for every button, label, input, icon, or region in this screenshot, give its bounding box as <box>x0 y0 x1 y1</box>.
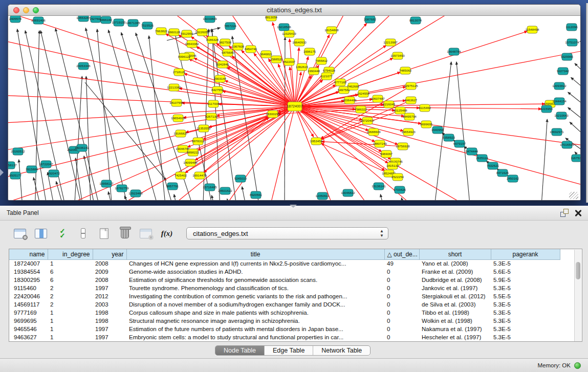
cell-in_degree[interactable]: 6 <box>48 268 93 276</box>
graph-node[interactable]: 1733426 <box>394 186 406 193</box>
table-settings-icon[interactable] <box>12 226 28 240</box>
graph-node-selected[interactable]: 7425402 <box>175 172 187 179</box>
graph-node[interactable]: 16033809 <box>203 16 217 23</box>
graph-node-selected[interactable]: 9777169 <box>334 79 347 86</box>
graph-node-selected[interactable]: 12975125 <box>404 82 418 90</box>
graph-node[interactable]: 20160512 <box>11 148 25 155</box>
table-row[interactable]: 946362711997Embryonic stem cells: a mode… <box>9 333 575 341</box>
graph-node-selected[interactable]: 8267130 <box>205 113 218 120</box>
cell-short[interactable]: Yano et al. (2008) <box>419 259 491 268</box>
graph-node-selected[interactable]: 13226058 <box>195 29 209 36</box>
cell-short[interactable]: Stergiakouli et al. (2012) <box>419 292 491 300</box>
cell-out_de[interactable]: 0 <box>384 276 419 284</box>
delete-table-icon[interactable]: x <box>138 226 154 240</box>
graph-node-selected[interactable]: 18807249 <box>373 140 387 147</box>
cell-year[interactable]: 1997 <box>93 325 126 333</box>
graph-node-selected[interactable]: 12213383 <box>167 84 181 91</box>
graph-node-selected[interactable]: 1121077 <box>320 73 333 80</box>
graph-node[interactable]: 12444154 <box>552 98 567 105</box>
graph-node-selected[interactable]: 2522254 <box>391 173 404 181</box>
graph-node[interactable]: 19218506 <box>277 24 291 31</box>
cell-in_degree[interactable]: 1 <box>48 325 93 333</box>
cell-pagerank[interactable]: 5.6E-5 <box>491 268 560 276</box>
table-row[interactable]: 1456911722003Disruption of a novel membe… <box>9 300 575 309</box>
graph-node-selected[interactable]: 10973493 <box>390 52 405 59</box>
cell-title[interactable]: Embryonic stem cells: a model to study s… <box>126 333 384 341</box>
cell-year[interactable]: 1998 <box>93 309 126 317</box>
graph-node[interactable]: 10719155 <box>112 19 126 26</box>
graph-node-selected[interactable]: 8186328 <box>206 36 219 43</box>
cell-title[interactable]: Estimation of significance thresholds fo… <box>126 276 384 284</box>
graph-node-selected[interactable]: 8522037 <box>283 58 296 65</box>
graph-node[interactable]: 15136141 <box>372 183 386 190</box>
cell-pagerank[interactable]: 5.3E-5 <box>491 300 560 309</box>
graph-node-selected[interactable]: 1953454 <box>310 138 323 145</box>
network-canvas[interactable]: 1872400718107554911700682671301965491919… <box>8 16 580 201</box>
graph-node[interactable]: 10958127 <box>99 180 114 187</box>
cell-name[interactable]: 9465546 <box>9 325 48 333</box>
cell-year[interactable]: 2009 <box>93 268 126 276</box>
graph-node[interactable]: 8471626 <box>496 169 509 177</box>
cell-title[interactable]: Structural magnetic resonance image aver… <box>126 317 384 325</box>
graph-node[interactable]: 9245019 <box>234 175 247 182</box>
float-panel-icon[interactable] <box>560 209 569 217</box>
graph-node-selected[interactable]: 5875685 <box>222 49 234 56</box>
new-file-icon[interactable] <box>96 226 112 240</box>
table-scrollbar[interactable] <box>574 250 581 341</box>
cell-name[interactable]: 18724007 <box>9 259 48 268</box>
cell-out_de[interactable]: 0 <box>384 333 419 341</box>
tab-edge-table[interactable]: Edge Table <box>265 346 313 355</box>
tab-node-table[interactable]: Node Table <box>215 346 265 355</box>
cell-year[interactable]: 2003 <box>93 300 126 309</box>
cell-name[interactable]: 19384554 <box>9 268 48 276</box>
graph-node[interactable]: 16648784 <box>447 48 461 55</box>
table-row[interactable]: 1938455462009Genome-wide association stu… <box>9 268 575 276</box>
graph-node[interactable]: 10553287 <box>76 16 91 21</box>
graph-node-selected[interactable]: 16154808 <box>324 27 339 34</box>
cell-title[interactable]: Estimation of the future numbers of pati… <box>126 325 384 333</box>
cell-title[interactable]: Corpus callosum shape and size in male p… <box>126 309 384 317</box>
graph-node-selected[interactable]: 9898222 <box>187 149 200 156</box>
graph-node-selected[interactable]: 5912954 <box>181 30 193 37</box>
graph-node[interactable]: 12350611 <box>315 192 330 200</box>
zoom-window-icon[interactable] <box>33 7 39 13</box>
graph-node-selected[interactable]: 19654923 <box>401 128 416 136</box>
graph-node-selected[interactable]: 19756928 <box>396 143 410 150</box>
graph-node[interactable]: 15692971 <box>550 128 564 136</box>
cell-pagerank[interactable]: 5.9E-5 <box>491 276 560 284</box>
graph-node-selected[interactable]: 10607487 <box>371 95 385 102</box>
row-height-icon[interactable] <box>75 226 91 240</box>
column-header-in_degree[interactable]: in_degree <box>48 249 93 259</box>
graph-node[interactable]: 7515526 <box>141 22 154 29</box>
cell-year[interactable]: 2008 <box>93 259 126 268</box>
cell-name[interactable]: 18300295 <box>9 276 48 284</box>
graph-node[interactable]: 9329966 <box>561 53 574 60</box>
graph-node-selected[interactable]: 7986322 <box>355 106 367 113</box>
graph-node[interactable]: 16210643 <box>554 112 569 119</box>
cell-name[interactable]: 9463627 <box>9 333 48 341</box>
citation-graph[interactable]: 1872400718107554911700682671301965491919… <box>8 16 580 201</box>
graph-node[interactable]: 2450162 <box>507 175 519 182</box>
trash-icon[interactable] <box>117 226 133 240</box>
table-row[interactable]: 1830029562008Estimation of significance … <box>9 276 575 284</box>
graph-node-selected[interactable]: 8454749 <box>245 46 257 53</box>
graph-node-selected[interactable]: 7955812 <box>315 57 328 64</box>
close-window-icon[interactable] <box>13 7 19 13</box>
column-header-title[interactable]: title <box>126 249 384 259</box>
graph-node-selected[interactable]: 2718126 <box>173 69 186 76</box>
cell-short[interactable]: de Silva et al. (2003) <box>419 300 491 309</box>
graph-node[interactable]: 20691406 <box>31 17 46 24</box>
cell-in_degree[interactable]: 1 <box>48 333 93 341</box>
cell-pagerank[interactable]: 5.3E-5 <box>491 317 560 325</box>
cell-out_de[interactable]: 0 <box>384 268 419 276</box>
graph-node-selected[interactable]: 12213987 <box>383 39 398 46</box>
graph-node-selected[interactable]: 1990448 <box>308 68 320 75</box>
graph-node[interactable]: 15751074 <box>565 39 579 46</box>
cell-short[interactable]: Jankovic et al. (1997) <box>419 284 491 292</box>
graph-node-selected[interactable]: 8813054 <box>265 16 278 21</box>
cell-in_degree[interactable]: 2 <box>48 292 93 300</box>
table-source-select[interactable]: citations_edges.txt ▲▼ <box>186 227 388 239</box>
graph-node-selected[interactable]: 14099486 <box>183 159 198 166</box>
splitter-handle-icon[interactable] <box>290 205 297 208</box>
table-row[interactable]: 2242004622012Investigating the contribut… <box>9 292 575 300</box>
